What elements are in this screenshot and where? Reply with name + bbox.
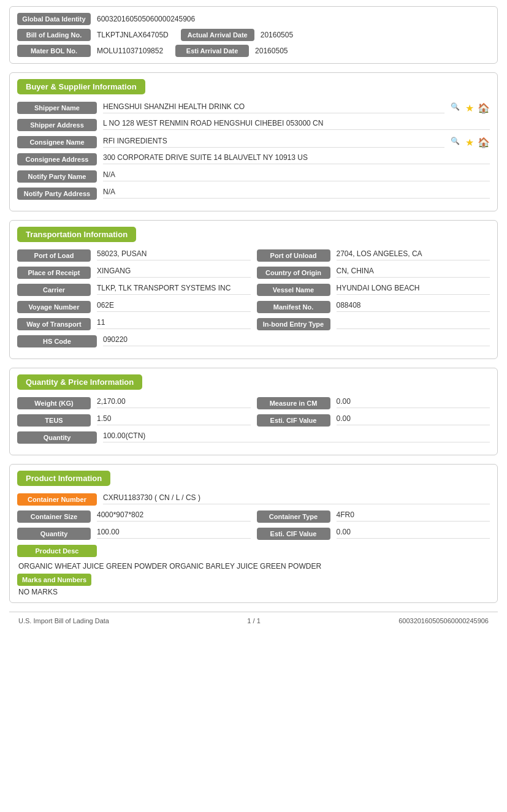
shipper-home-icon[interactable]: 🏠 <box>478 102 490 114</box>
consignee-star-icon[interactable]: ★ <box>465 137 474 148</box>
weight-measure-row: Weight (KG) 2,170.00 Measure in CM 0.00 <box>17 397 490 409</box>
country-of-origin-value: CN, CHINA <box>337 267 490 278</box>
container-size-col: Container Size 4000*907*802 <box>17 510 251 523</box>
shipper-name-label: Shipper Name <box>17 102 97 114</box>
vessel-col: Vessel Name HYUNDAI LONG BEACH <box>257 284 490 296</box>
mater-bol-pair: Mater BOL No. MOLU11037109852 <box>17 45 163 57</box>
container-size-type-row: Container Size 4000*907*802 Container Ty… <box>17 510 490 523</box>
shipper-star-icon[interactable]: ★ <box>465 102 474 114</box>
footer: U.S. Import Bill of Lading Data 1 / 1 60… <box>9 612 498 629</box>
in-bond-entry-type-label: In-bond Entry Type <box>257 318 330 330</box>
product-esti-cif-col: Esti. CIF Value 0.00 <box>257 528 490 540</box>
way-transport-col: Way of Transport 11 <box>17 318 251 330</box>
voyage-col: Voyage Number 062E <box>17 301 251 313</box>
notify-party-address-row: Notify Party Address N/A <box>17 188 490 200</box>
vessel-name-value: HYUNDAI LONG BEACH <box>337 284 490 295</box>
teus-cif-row: TEUS 1.50 Esti. CIF Value 0.00 <box>17 414 490 427</box>
bill-of-lading-pair: Bill of Lading No. TLKPTJNLAX64705D <box>17 29 169 41</box>
mater-bol-row: Mater BOL No. MOLU11037109852 Esti Arriv… <box>17 45 490 57</box>
global-data-row: Global Data Identity 6003201605050600002… <box>17 13 490 25</box>
vessel-name-label: Vessel Name <box>257 284 330 296</box>
in-bond-entry-type-value <box>337 318 490 329</box>
transportation-title: Transportation Information <box>17 227 136 242</box>
esti-arrival-date-label: Esti Arrival Date <box>175 45 249 57</box>
consignee-address-row: Consignee Address 300 CORPORATE DRIVE SU… <box>17 153 490 165</box>
hs-code-label: HS Code <box>17 335 97 347</box>
notify-party-name-value: N/A <box>103 170 490 181</box>
container-size-value: 4000*907*802 <box>97 510 251 522</box>
esti-arrival-date-value: 20160505 <box>255 47 288 55</box>
inbond-col: In-bond Entry Type <box>257 318 490 330</box>
consignee-home-icon[interactable]: 🏠 <box>478 137 490 148</box>
product-desc-label: Product Desc <box>17 545 97 557</box>
notify-party-name-label: Notify Party Name <box>17 170 97 183</box>
product-info-section: Product Information Container Number CXR… <box>9 464 498 603</box>
product-quantity-label: Quantity <box>17 528 91 540</box>
carrier-vessel-row: Carrier TLKP, TLK TRANSPORT SYSTEMS INC … <box>17 284 490 296</box>
global-data-identity-value: 600320160505060000245906 <box>97 15 195 23</box>
carrier-value: TLKP, TLK TRANSPORT SYSTEMS INC <box>97 284 251 295</box>
transportation-section: Transportation Information Port of Load … <box>9 220 498 359</box>
hs-code-value: 090220 <box>103 335 490 346</box>
container-type-value: 4FR0 <box>337 510 490 522</box>
notify-party-address-value: N/A <box>103 188 490 199</box>
shipper-name-value: HENGSHUI SHANZHI HEALTH DRINK CO <box>103 102 444 113</box>
voyage-number-label: Voyage Number <box>17 301 91 313</box>
notify-party-address-label: Notify Party Address <box>17 188 97 200</box>
consignee-search-icon[interactable]: 🔍 <box>451 137 462 148</box>
voyage-number-value: 062E <box>97 301 251 312</box>
country-of-origin-label: Country of Origin <box>257 267 330 279</box>
product-quantity-cif-row: Quantity 100.00 Esti. CIF Value 0.00 <box>17 528 490 540</box>
container-type-col: Container Type 4FR0 <box>257 510 490 523</box>
quantity-value: 100.00(CTN) <box>103 431 490 442</box>
container-size-label: Container Size <box>17 510 91 523</box>
teus-label: TEUS <box>17 414 91 427</box>
port-unload-col: Port of Unload 2704, LOS ANGELES, CA <box>257 249 490 262</box>
product-esti-cif-value: 0.00 <box>337 528 490 539</box>
place-receipt-country-row: Place of Receipt XINGANG Country of Orig… <box>17 267 490 279</box>
actual-arrival-date-value: 20160505 <box>261 31 293 39</box>
consignee-address-label: Consignee Address <box>17 153 97 165</box>
consignee-name-row: Consignee Name RFI INGREDIENTS 🔍 ★ 🏠 <box>17 136 490 148</box>
shipper-search-icon[interactable]: 🔍 <box>451 102 462 113</box>
weight-label: Weight (KG) <box>17 397 91 409</box>
bill-of-lading-value: TLKPTJNLAX64705D <box>97 31 169 39</box>
country-origin-col: Country of Origin CN, CHINA <box>257 267 490 279</box>
carrier-col: Carrier TLKP, TLK TRANSPORT SYSTEMS INC <box>17 284 251 296</box>
measure-col: Measure in CM 0.00 <box>257 397 490 409</box>
footer-right: 600320160505060000245906 <box>398 617 489 624</box>
carrier-label: Carrier <box>17 284 91 296</box>
consignee-name-label: Consignee Name <box>17 136 97 148</box>
product-desc-row: Product Desc <box>17 545 490 557</box>
port-load-unload-row: Port of Load 58023, PUSAN Port of Unload… <box>17 249 490 262</box>
manifest-col: Manifest No. 088408 <box>257 301 490 313</box>
header-section: Global Data Identity 6003201605050600002… <box>9 6 498 64</box>
manifest-no-value: 088408 <box>337 301 490 312</box>
teus-value: 1.50 <box>97 414 251 425</box>
measure-value: 0.00 <box>337 397 490 408</box>
product-quantity-col: Quantity 100.00 <box>17 528 251 540</box>
esti-arrival-pair: Esti Arrival Date 20160505 <box>175 45 288 57</box>
esti-cif-value: 0.00 <box>337 414 490 425</box>
bol-row: Bill of Lading No. TLKPTJNLAX64705D Actu… <box>17 29 490 41</box>
measure-label: Measure in CM <box>257 397 330 409</box>
shipper-address-label: Shipper Address <box>17 119 97 131</box>
port-load-col: Port of Load 58023, PUSAN <box>17 249 251 262</box>
quantity-price-title: Quantity & Price Information <box>17 374 142 390</box>
bill-of-lading-label: Bill of Lading No. <box>17 29 91 41</box>
weight-value: 2,170.00 <box>97 397 251 408</box>
shipper-address-value: L NO 128 WEST RENMIN ROAD HENGSHUI CIHEB… <box>103 119 490 130</box>
way-of-transport-label: Way of Transport <box>17 318 91 330</box>
marks-numbers-label: Marks and Numbers <box>17 574 91 586</box>
container-number-row: Container Number CXRU1183730 ( CN / L / … <box>17 493 490 506</box>
marks-numbers-value: NO MARKS <box>17 588 490 596</box>
port-of-unload-value: 2704, LOS ANGELES, CA <box>337 249 490 260</box>
way-of-transport-value: 11 <box>97 318 251 329</box>
mater-bol-value: MOLU11037109852 <box>97 47 163 55</box>
place-of-receipt-label: Place of Receipt <box>17 267 91 279</box>
hs-code-row: HS Code 090220 <box>17 335 490 347</box>
container-type-label: Container Type <box>257 510 330 523</box>
consignee-name-value: RFI INGREDIENTS <box>103 137 444 148</box>
global-data-identity-label: Global Data Identity <box>17 13 91 25</box>
quantity-row: Quantity 100.00(CTN) <box>17 431 490 444</box>
